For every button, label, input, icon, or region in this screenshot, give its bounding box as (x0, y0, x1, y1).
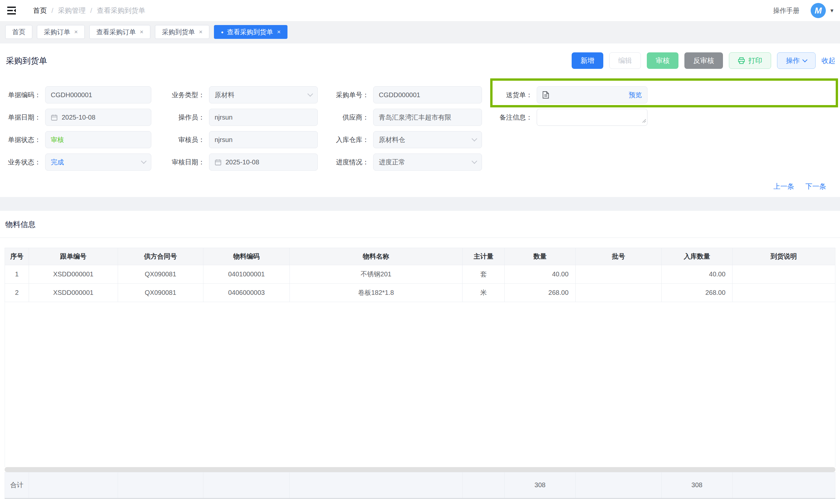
cell-batch (575, 284, 662, 302)
progress-select[interactable]: 进度正常 (373, 154, 482, 170)
active-dot-icon: ● (221, 30, 224, 35)
collapse-link[interactable]: 收起 (822, 56, 835, 65)
col-supplier-contract: 供方合同号 (118, 248, 203, 265)
resize-handle-icon[interactable] (642, 117, 646, 125)
field-operator: 操作员： njrsun (169, 109, 333, 126)
unaudit-button[interactable]: 反审核 (684, 52, 723, 69)
tab-label: 采购到货单 (162, 28, 195, 37)
audit-button[interactable]: 审核 (647, 52, 679, 69)
material-table-head-and-rows: 序号 跟单编号 供方合同号 物料编码 物料名称 主计量 数量 批号 入库数量 到… (5, 248, 835, 302)
edit-button: 编辑 (609, 52, 641, 69)
form-empty-cell (496, 154, 835, 170)
cell-arrival-note (732, 265, 835, 284)
chevron-down-icon[interactable]: ▾ (830, 7, 834, 14)
col-material-name: 物料名称 (290, 248, 462, 265)
avatar[interactable]: M (811, 3, 826, 18)
tab-home[interactable]: 首页 (5, 25, 32, 39)
next-record-link[interactable]: 下一条 (805, 182, 826, 191)
page-title: 采购到货单 (6, 55, 47, 66)
col-inbound-qty: 入库数量 (662, 248, 732, 265)
manual-link[interactable]: 操作手册 (773, 6, 800, 15)
table-row[interactable]: 2 XSDD000001 QX090081 0406000003 卷板182*1… (5, 284, 835, 302)
prev-record-link[interactable]: 上一条 (773, 182, 794, 191)
breadcrumb-level2: 查看采购到货单 (97, 6, 145, 15)
table-header-row: 序号 跟单编号 供方合同号 物料编码 物料名称 主计量 数量 批号 入库数量 到… (5, 248, 835, 265)
tab-purchase-arrival[interactable]: 采购到货单 × (155, 25, 209, 39)
summary-cell (462, 472, 504, 499)
field-remark: 备注信息： (496, 109, 835, 126)
table-summary: 合计 308 308 (5, 472, 835, 499)
breadcrumb-home[interactable]: 首页 (33, 6, 47, 15)
preview-link[interactable]: 预览 (629, 91, 642, 100)
form-empty-cell (496, 131, 835, 148)
chevron-down-icon (802, 57, 808, 62)
chevron-down-icon (472, 159, 477, 164)
remark-textarea[interactable] (537, 109, 647, 126)
cell-inbound-qty: 40.00 (662, 265, 732, 284)
biz-type-label: 业务类型： (169, 91, 205, 100)
cell-qty: 40.00 (505, 265, 575, 284)
field-doc-code: 单据编码： CGDH000001 (5, 86, 169, 104)
table-empty-area (5, 302, 835, 467)
field-doc-date: 单据日期： 2025-10-08 (5, 109, 169, 126)
cell-unit: 米 (462, 284, 504, 302)
progress-label: 进度情况： (333, 158, 369, 167)
summary-cell (204, 472, 290, 499)
audit-date-label: 审核日期： (169, 158, 205, 167)
tab-bar: 首页 采购订单 × 查看采购订单 × 采购到货单 × ● 查看采购到货单 × (0, 21, 840, 43)
cell-inbound-qty: 268.00 (662, 284, 732, 302)
audit-date-picker[interactable]: 2025-10-08 (209, 154, 318, 170)
horizontal-scrollbar[interactable] (5, 467, 835, 472)
delivery-note-field[interactable]: 预览 (537, 86, 647, 104)
close-icon[interactable]: × (199, 28, 203, 36)
tab-purchase-order[interactable]: 采购订单 × (37, 25, 85, 39)
warehouse-select[interactable]: 原材料仓 (373, 131, 482, 148)
operator-input: njrsun (209, 109, 318, 126)
breadcrumb-level1[interactable]: 采购管理 (58, 6, 86, 15)
calendar-icon (51, 114, 58, 121)
field-warehouse: 入库仓库： 原材料仓 (333, 131, 496, 148)
cell-material-name: 卷板182*1.8 (290, 284, 462, 302)
biz-type-select[interactable]: 原材料 (209, 86, 318, 104)
summary-qty-total: 308 (505, 472, 575, 499)
auditor-label: 审核员： (169, 136, 205, 144)
close-icon[interactable]: × (74, 28, 78, 36)
breadcrumb: 首页 / 采购管理 / 查看采购到货单 (33, 6, 145, 15)
summary-cell (29, 472, 118, 499)
cell-track-no: XSDD000001 (29, 284, 118, 302)
tab-view-purchase-arrival-active[interactable]: ● 查看采购到货单 × (214, 25, 287, 39)
cell-supplier-contract: QX090081 (118, 265, 203, 284)
chevron-down-icon (141, 159, 147, 164)
biz-status-select[interactable]: 完成 (45, 154, 151, 170)
cell-material-name: 不锈钢201 (290, 265, 462, 284)
doc-date-picker[interactable]: 2025-10-08 (45, 109, 151, 126)
table-row[interactable]: 1 XSDD000001 QX090081 0401000001 不锈钢201 … (5, 265, 835, 284)
close-icon[interactable]: × (140, 28, 143, 36)
add-button[interactable]: 新增 (572, 52, 603, 69)
print-button[interactable]: 打印 (729, 52, 771, 69)
menu-fold-icon[interactable] (6, 5, 18, 16)
chevron-down-icon (308, 91, 313, 97)
actions-dropdown-button[interactable]: 操作 (777, 52, 816, 69)
summary-cell (575, 472, 662, 499)
breadcrumb-separator: / (51, 6, 53, 15)
supplier-input: 青岛汇泉湾汇丰超市有限 (373, 109, 482, 126)
cell-qty: 268.00 (505, 284, 575, 302)
cell-material-code: 0406000003 (204, 284, 290, 302)
doc-status-label: 单据状态： (5, 136, 41, 144)
field-biz-status: 业务状态： 完成 (5, 154, 169, 170)
summary-row: 合计 308 308 (5, 472, 835, 499)
warehouse-label: 入库仓库： (333, 136, 369, 144)
app-root: 首页 / 采购管理 / 查看采购到货单 操作手册 M ▾ 首页 采购订单 × 查… (0, 0, 840, 504)
field-delivery-note: 送货单： 预览 (496, 86, 835, 104)
col-unit: 主计量 (462, 248, 504, 265)
close-icon[interactable]: × (277, 28, 281, 36)
topbar-right: 操作手册 M ▾ (773, 3, 834, 18)
cell-seq: 2 (5, 284, 29, 302)
section-divider (0, 237, 840, 238)
cell-unit: 套 (462, 265, 504, 284)
summary-cell (118, 472, 203, 499)
field-progress: 进度情况： 进度正常 (333, 154, 496, 170)
tab-view-purchase-order[interactable]: 查看采购订单 × (89, 25, 150, 39)
doc-date-label: 单据日期： (5, 113, 41, 122)
